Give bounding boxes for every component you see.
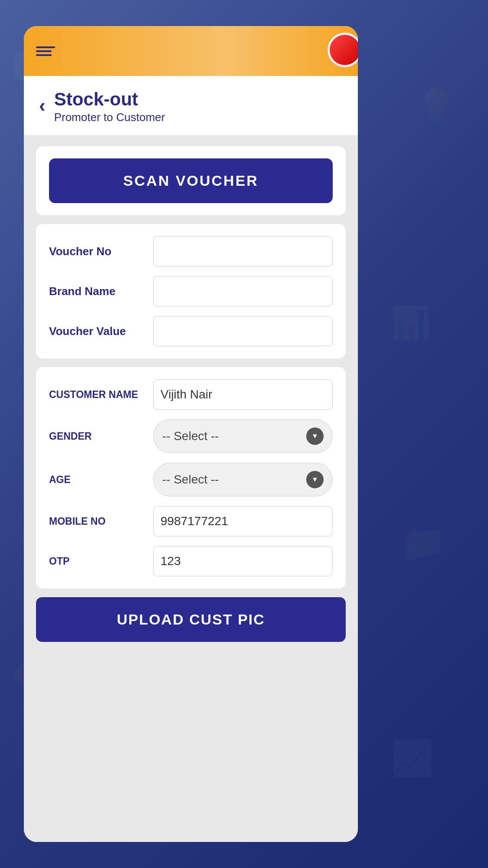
voucher-value-input[interactable] [153,316,333,346]
age-row: AGE -- Select -- [49,463,333,496]
otp-input[interactable] [153,546,333,576]
gender-label: GENDER [49,431,153,442]
voucher-value-label: Voucher Value [49,325,153,338]
scroll-content: SCAN VOUCHER Voucher No Brand Name Vouch… [24,135,358,842]
page-subtitle: Promoter to Customer [54,111,165,124]
age-label: AGE [49,474,153,486]
brand-name-label: Brand Name [49,285,153,298]
hamburger-line-3 [36,54,52,56]
customer-form-card: CUSTOMER NAME GENDER -- Select -- AGE --… [36,367,346,589]
profile-image [330,35,358,65]
gender-select-button[interactable]: -- Select -- [153,419,333,453]
mobile-no-row: MOBILE NO [49,506,333,536]
page-title: Stock-out [54,89,165,110]
age-select-button[interactable]: -- Select -- [153,463,333,496]
back-button[interactable]: ‹ [39,96,46,115]
hamburger-line-2 [36,50,52,52]
hamburger-menu[interactable] [36,46,55,56]
app-header [24,26,358,76]
age-select-wrapper: -- Select -- [153,463,333,496]
customer-name-row: CUSTOMER NAME [49,379,333,410]
gender-select-text: -- Select -- [162,429,219,443]
brand-name-input[interactable] [153,276,333,306]
mobile-no-label: MOBILE NO [49,516,153,527]
upload-cust-pic-button[interactable]: UPLOAD CUST PIC [36,597,346,642]
scan-voucher-card: SCAN VOUCHER [36,146,346,215]
hamburger-line-1 [36,46,55,48]
voucher-form-card: Voucher No Brand Name Voucher Value [36,224,346,358]
profile-avatar[interactable] [328,33,358,67]
age-chevron-icon [306,471,324,488]
voucher-no-input[interactable] [153,236,333,266]
customer-name-label: CUSTOMER NAME [49,389,153,401]
otp-row: OTP [49,546,333,576]
gender-row: GENDER -- Select -- [49,419,333,453]
voucher-no-row: Voucher No [49,236,333,266]
otp-label: OTP [49,556,153,567]
customer-name-input[interactable] [153,379,333,410]
age-select-text: -- Select -- [162,473,219,487]
app-container: ‹ Stock-out Promoter to Customer SCAN VO… [24,26,358,842]
page-title-area: ‹ Stock-out Promoter to Customer [24,76,358,135]
gender-select-wrapper: -- Select -- [153,419,333,453]
voucher-no-label: Voucher No [49,245,153,258]
brand-name-row: Brand Name [49,276,333,306]
title-block: Stock-out Promoter to Customer [54,89,165,124]
mobile-no-input[interactable] [153,506,333,536]
scan-voucher-button[interactable]: SCAN VOUCHER [49,158,333,203]
voucher-value-row: Voucher Value [49,316,333,346]
gender-chevron-icon [306,427,324,445]
